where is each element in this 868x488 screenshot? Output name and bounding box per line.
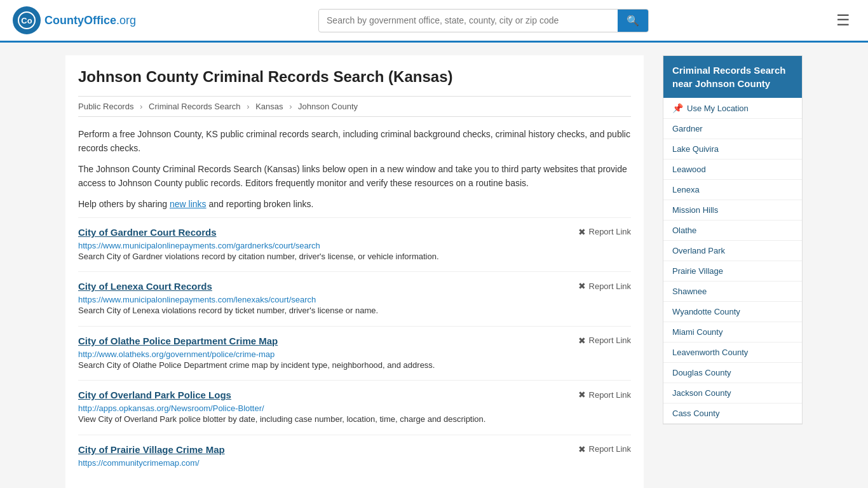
report-icon: ✖ — [578, 227, 586, 237]
sidebar-item[interactable]: Lenexa — [663, 180, 802, 200]
sidebar-item-link[interactable]: Prairie Village — [672, 266, 723, 276]
sidebar-item-link[interactable]: Lenexa — [672, 185, 700, 194]
sidebar-item[interactable]: Douglas County — [663, 363, 802, 383]
sidebar-item-link[interactable]: Lake Quivira — [672, 144, 719, 154]
sidebar-item-link[interactable]: Gardner — [672, 124, 703, 133]
sidebar-box: Criminal Records Search near Johnson Cou… — [663, 55, 803, 424]
svg-text:Co: Co — [21, 16, 32, 25]
sidebar-item[interactable]: Leavenworth County — [663, 342, 802, 363]
main-content: Johnson County Criminal Records Search (… — [53, 43, 815, 488]
breadcrumb-public-records[interactable]: Public Records — [78, 102, 133, 111]
header-right: ☰ — [831, 9, 855, 32]
search-bar: 🔍 — [318, 9, 649, 32]
site-header: Co CountyOffice.org 🔍 ☰ — [0, 0, 868, 43]
use-my-location-link[interactable]: Use My Location — [687, 104, 749, 113]
sidebar-items-container: GardnerLake QuiviraLeawoodLenexaMission … — [663, 119, 802, 424]
report-link-button[interactable]: ✖ Report Link — [578, 444, 631, 454]
sidebar-item[interactable]: Wyandotte County — [663, 302, 802, 322]
report-label: Report Link — [589, 444, 631, 454]
report-label: Report Link — [589, 227, 631, 236]
result-title[interactable]: City of Olathe Police Department Crime M… — [78, 336, 278, 346]
sidebar-item-link[interactable]: Douglas County — [672, 368, 731, 377]
result-header: City of Prairie Village Crime Map ✖ Repo… — [78, 444, 631, 458]
pin-icon: 📌 — [672, 103, 683, 113]
description-2: The Johnson County Criminal Records Sear… — [78, 162, 631, 191]
sidebar-item[interactable]: Shawnee — [663, 281, 802, 302]
report-link-button[interactable]: ✖ Report Link — [578, 281, 631, 291]
sidebar-header: Criminal Records Search near Johnson Cou… — [663, 56, 802, 98]
sidebar-item-link[interactable]: Mission Hills — [672, 205, 718, 215]
sidebar-item[interactable]: Prairie Village — [663, 261, 802, 281]
report-label: Report Link — [589, 281, 631, 291]
left-column: Johnson County Criminal Records Search (… — [65, 55, 644, 488]
search-input[interactable] — [319, 10, 618, 30]
new-links-link[interactable]: new links — [170, 199, 207, 209]
report-icon: ✖ — [578, 390, 586, 400]
description-1: Perform a free Johnson County, KS public… — [78, 127, 631, 156]
result-url[interactable]: https://www.municipalonlinepayments.com/… — [78, 241, 320, 250]
sidebar-item-link[interactable]: Miami County — [672, 327, 722, 337]
result-header: City of Olathe Police Department Crime M… — [78, 336, 631, 349]
report-link-button[interactable]: ✖ Report Link — [578, 227, 631, 237]
report-link-button[interactable]: ✖ Report Link — [578, 390, 631, 400]
description-3: Help others by sharing new links and rep… — [78, 197, 631, 211]
breadcrumb-kansas[interactable]: Kansas — [255, 102, 283, 111]
logo-area: Co CountyOffice.org — [13, 6, 136, 34]
result-url[interactable]: http://www.olatheks.org/government/polic… — [78, 349, 275, 359]
breadcrumb-johnson-county[interactable]: Johnson County — [298, 102, 358, 111]
result-header: City of Lenexa Court Records ✖ Report Li… — [78, 281, 631, 294]
result-url[interactable]: https://www.municipalonlinepayments.com/… — [78, 295, 316, 304]
sidebar-item[interactable]: Overland Park — [663, 241, 802, 261]
result-item: City of Prairie Village Crime Map ✖ Repo… — [78, 435, 631, 477]
sidebar-item[interactable]: Cass County — [663, 403, 802, 424]
page-title: Johnson County Criminal Records Search (… — [78, 68, 631, 86]
result-title[interactable]: City of Lenexa Court Records — [78, 281, 212, 292]
search-button[interactable]: 🔍 — [618, 10, 648, 32]
breadcrumb: Public Records › Criminal Records Search… — [78, 96, 631, 117]
result-item: City of Lenexa Court Records ✖ Report Li… — [78, 271, 631, 326]
result-url[interactable]: http://apps.opkansas.org/Newsroom/Police… — [78, 403, 264, 413]
sidebar-item-link[interactable]: Leavenworth County — [672, 348, 748, 357]
sidebar-item[interactable]: Lake Quivira — [663, 139, 802, 159]
sidebar-item[interactable]: Miami County — [663, 322, 802, 342]
sidebar-item-link[interactable]: Overland Park — [672, 246, 725, 255]
result-header: City of Gardner Court Records ✖ Report L… — [78, 227, 631, 240]
sidebar-use-location[interactable]: 📌 Use My Location — [663, 98, 802, 119]
result-desc: Search City of Lenexa violations record … — [78, 304, 631, 317]
sidebar-item-link[interactable]: Cass County — [672, 409, 719, 418]
report-icon: ✖ — [578, 281, 586, 291]
sidebar-item-link[interactable]: Leawood — [672, 165, 706, 174]
sidebar-item[interactable]: Mission Hills — [663, 200, 802, 220]
sidebar-item[interactable]: Jackson County — [663, 383, 802, 403]
report-label: Report Link — [589, 336, 631, 345]
breadcrumb-criminal-records-search[interactable]: Criminal Records Search — [149, 102, 241, 111]
sidebar-item-link[interactable]: Wyandotte County — [672, 307, 740, 316]
right-sidebar: Criminal Records Search near Johnson Cou… — [663, 55, 803, 488]
result-desc: View City of Overland Park police blotte… — [78, 413, 631, 426]
result-header: City of Overland Park Police Logs ✖ Repo… — [78, 390, 631, 403]
sidebar-item[interactable]: Gardner — [663, 119, 802, 139]
result-url[interactable]: https://communitycrimemap.com/ — [78, 458, 200, 468]
sidebar-item-link[interactable]: Shawnee — [672, 287, 707, 296]
report-link-button[interactable]: ✖ Report Link — [578, 336, 631, 346]
logo-text: CountyOffice.org — [44, 14, 136, 27]
result-title[interactable]: City of Prairie Village Crime Map — [78, 444, 225, 455]
sidebar-item[interactable]: Olathe — [663, 220, 802, 241]
report-icon: ✖ — [578, 336, 586, 346]
logo-icon: Co — [13, 6, 41, 34]
hamburger-menu-button[interactable]: ☰ — [831, 9, 855, 32]
result-desc: Search City of Gardner violations record… — [78, 250, 631, 263]
sidebar-item[interactable]: Leawood — [663, 159, 802, 180]
result-item: City of Gardner Court Records ✖ Report L… — [78, 217, 631, 272]
result-desc: Search City of Olathe Police Department … — [78, 359, 631, 372]
sidebar-item-link[interactable]: Jackson County — [672, 388, 731, 398]
result-item: City of Olathe Police Department Crime M… — [78, 326, 631, 381]
result-title[interactable]: City of Overland Park Police Logs — [78, 390, 231, 400]
result-title[interactable]: City of Gardner Court Records — [78, 227, 217, 238]
report-label: Report Link — [589, 390, 631, 400]
report-icon: ✖ — [578, 444, 586, 454]
results-container: City of Gardner Court Records ✖ Report L… — [78, 217, 631, 477]
result-item: City of Overland Park Police Logs ✖ Repo… — [78, 380, 631, 435]
sidebar-item-link[interactable]: Olathe — [672, 226, 696, 235]
